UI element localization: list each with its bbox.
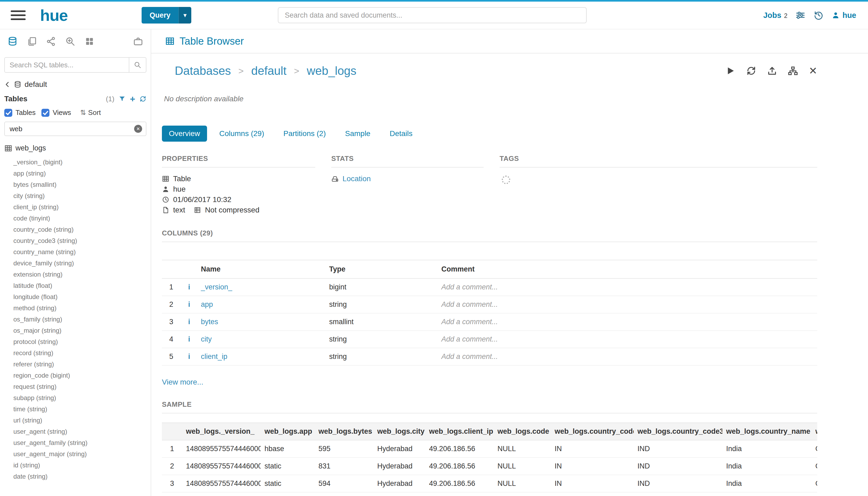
sidebar-column-item[interactable]: time (string) (0, 404, 151, 415)
sidebar-column-item[interactable]: request (string) (0, 381, 151, 392)
column-comment-cell[interactable]: Add a comment... (438, 348, 817, 365)
sidebar-column-item[interactable]: longitude (float) (0, 291, 151, 303)
column-name-cell[interactable]: _version_ (198, 278, 326, 296)
sidebar-column-item[interactable]: method (string) (0, 303, 151, 314)
column-name-link[interactable]: bytes (201, 318, 218, 326)
breadcrumb-databases[interactable]: Databases (175, 64, 231, 78)
tab-columns[interactable]: Columns (29) (212, 126, 271, 142)
sidebar-column-item[interactable]: record (string) (0, 347, 151, 359)
sidebar-column-item[interactable]: region_code (bigint) (0, 370, 151, 381)
column-info-cell[interactable]: i (180, 296, 198, 313)
breadcrumb-web-logs[interactable]: web_logs (307, 64, 357, 78)
hue-logo[interactable]: hue (40, 6, 68, 25)
database-name[interactable]: default (25, 80, 47, 89)
sidebar-column-item[interactable]: user_agent_family (string) (0, 437, 151, 448)
sidebar-column-item[interactable]: referer (string) (0, 359, 151, 370)
global-search-input[interactable] (278, 7, 587, 23)
share-nodes-icon[interactable] (46, 36, 56, 46)
table-entry-web-logs[interactable]: web_logs (0, 138, 151, 155)
column-name-cell[interactable]: client_ip (198, 348, 326, 365)
query-play-icon[interactable] (725, 66, 736, 76)
clear-filter-icon[interactable]: ✕ (134, 125, 142, 133)
column-comment-cell[interactable]: Add a comment... (438, 296, 817, 313)
column-name-link[interactable]: city (201, 335, 212, 343)
zoom-plus-icon[interactable] (65, 36, 75, 46)
sidebar-column-item[interactable]: subapp (string) (0, 392, 151, 404)
tab-overview[interactable]: Overview (162, 126, 207, 142)
sidebar-column-item[interactable]: extension (string) (0, 269, 151, 280)
back-chevron-icon[interactable] (4, 81, 11, 88)
views-checkbox-label[interactable]: Views (53, 108, 71, 117)
sidebar-column-item[interactable]: user_agent (string) (0, 426, 151, 437)
comment-placeholder[interactable]: Add a comment... (441, 335, 498, 343)
location-link[interactable]: Location (343, 174, 371, 183)
column-comment-cell[interactable]: Add a comment... (438, 278, 817, 296)
column-info-cell[interactable]: i (180, 278, 198, 296)
history-icon[interactable] (814, 10, 824, 20)
tab-partitions[interactable]: Partitions (2) (277, 126, 333, 142)
breadcrumb-default[interactable]: default (251, 64, 286, 78)
table-filter-input[interactable] (4, 122, 146, 136)
hamburger-menu-icon[interactable] (11, 11, 26, 20)
view-more-link[interactable]: View more... (162, 378, 203, 386)
sidebar-column-item[interactable]: bytes (smallint) (0, 179, 151, 190)
import-upload-icon[interactable] (767, 66, 777, 76)
settings-sliders-icon[interactable] (795, 10, 805, 20)
column-name-link[interactable]: app (201, 300, 213, 308)
sidebar-column-item[interactable]: latitude (float) (0, 280, 151, 291)
assist-search-button[interactable] (129, 57, 146, 73)
info-icon[interactable]: i (188, 318, 190, 326)
query-dropdown-caret[interactable]: ▾ (178, 7, 191, 24)
documents-icon[interactable] (27, 36, 37, 46)
info-icon[interactable]: i (188, 300, 190, 308)
add-icon[interactable]: + (130, 95, 135, 102)
sidebar-column-item[interactable]: country_name (string) (0, 246, 151, 258)
sidebar-column-item[interactable]: _version_ (bigint) (0, 157, 151, 168)
apps-grid-icon[interactable] (84, 36, 95, 46)
column-info-cell[interactable]: i (180, 313, 198, 330)
sidebar-column-item[interactable]: os_major (string) (0, 325, 151, 336)
column-info-cell[interactable]: i (180, 348, 198, 365)
column-comment-cell[interactable]: Add a comment... (438, 313, 817, 330)
sidebar-column-item[interactable]: protocol (string) (0, 336, 151, 347)
column-name-link[interactable]: _version_ (201, 283, 232, 291)
sort-toggle[interactable]: ⇅ Sort (80, 108, 101, 117)
database-icon[interactable] (7, 36, 18, 46)
tab-sample[interactable]: Sample (338, 126, 377, 142)
sidebar-column-item[interactable]: country_code3 (string) (0, 235, 151, 246)
sidebar-column-item[interactable]: country_code (string) (0, 224, 151, 235)
comment-placeholder[interactable]: Add a comment... (441, 283, 498, 291)
refresh-icon[interactable] (140, 95, 146, 102)
column-info-cell[interactable]: i (180, 330, 198, 348)
sidebar-column-item[interactable]: app (string) (0, 168, 151, 179)
tab-details[interactable]: Details (382, 126, 420, 142)
column-name-cell[interactable]: bytes (198, 313, 326, 330)
query-button-label[interactable]: Query (142, 7, 178, 24)
column-comment-cell[interactable]: Add a comment... (438, 330, 817, 348)
sidebar-column-item[interactable]: date (string) (0, 471, 151, 482)
tables-checkbox[interactable] (4, 109, 12, 117)
comment-placeholder[interactable]: Add a comment... (441, 300, 498, 308)
column-name-cell[interactable]: app (198, 296, 326, 313)
table-description[interactable]: No description available (164, 95, 868, 103)
query-button[interactable]: Query ▾ (142, 7, 191, 24)
info-icon[interactable]: i (188, 353, 190, 360)
tables-checkbox-label[interactable]: Tables (16, 108, 35, 117)
assist-search-input[interactable] (4, 57, 129, 73)
sidebar-column-item[interactable]: client_ip (string) (0, 202, 151, 213)
views-checkbox[interactable] (42, 109, 49, 117)
filter-funnel-icon[interactable] (119, 95, 126, 102)
lineage-sitemap-icon[interactable] (788, 66, 798, 76)
sidebar-column-item[interactable]: code (tinyint) (0, 213, 151, 224)
briefcase-icon[interactable] (133, 36, 143, 46)
close-icon[interactable]: ✕ (809, 66, 817, 76)
jobs-link[interactable]: Jobs 2 (763, 11, 787, 20)
sidebar-column-item[interactable]: id (string) (0, 460, 151, 471)
sidebar-column-item[interactable]: device_family (string) (0, 258, 151, 269)
column-name-cell[interactable]: city (198, 330, 326, 348)
info-icon[interactable]: i (188, 335, 190, 343)
sidebar-column-item[interactable]: url (string) (0, 415, 151, 426)
info-icon[interactable]: i (188, 283, 190, 291)
refresh-metadata-icon[interactable] (746, 66, 756, 76)
sidebar-column-item[interactable]: user_agent_major (string) (0, 448, 151, 460)
